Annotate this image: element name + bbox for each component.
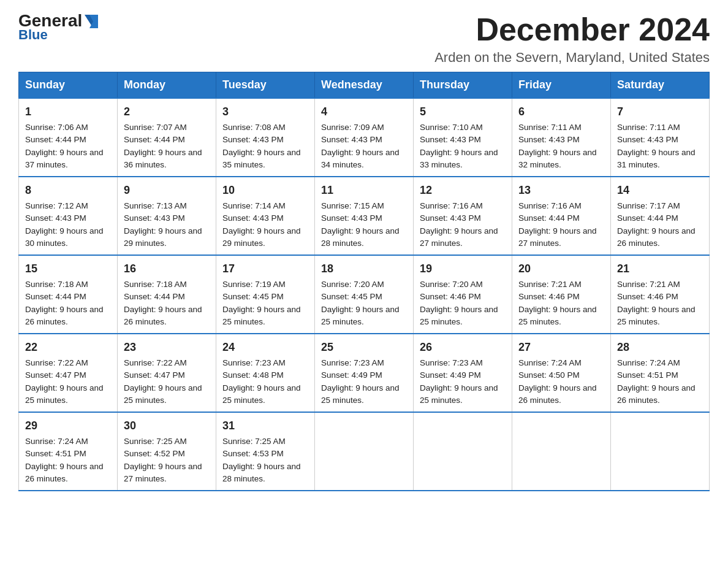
calendar-cell: 12 Sunrise: 7:16 AM Sunset: 4:43 PM Dayl… [414, 177, 512, 255]
day-number: 10 [222, 182, 308, 199]
day-number: 7 [617, 104, 703, 120]
sunrise-text: Sunrise: 7:23 AM [420, 358, 483, 367]
sunset-text: Sunset: 4:43 PM [518, 135, 580, 144]
daylight-text: Daylight: 9 hours and 29 minutes. [124, 226, 202, 248]
day-number: 26 [420, 339, 506, 356]
sunrise-text: Sunrise: 7:23 AM [222, 358, 286, 367]
calendar-cell: 28 Sunrise: 7:24 AM Sunset: 4:51 PM Dayl… [611, 334, 710, 412]
sunrise-text: Sunrise: 7:21 AM [617, 280, 680, 289]
daylight-text: Daylight: 9 hours and 28 minutes. [222, 462, 301, 483]
calendar-cell: 27 Sunrise: 7:24 AM Sunset: 4:50 PM Dayl… [512, 334, 611, 412]
daylight-text: Daylight: 9 hours and 29 minutes. [222, 226, 301, 248]
sunrise-text: Sunrise: 7:11 AM [518, 123, 582, 132]
sunset-text: Sunset: 4:43 PM [617, 135, 678, 144]
daylight-text: Daylight: 9 hours and 25 minutes. [124, 383, 202, 405]
sunrise-text: Sunrise: 7:24 AM [25, 437, 88, 446]
sunrise-text: Sunrise: 7:18 AM [25, 280, 88, 289]
sunset-text: Sunset: 4:44 PM [25, 135, 86, 144]
sunset-text: Sunset: 4:52 PM [124, 449, 185, 458]
sunset-text: Sunset: 4:51 PM [617, 370, 678, 380]
daylight-text: Daylight: 9 hours and 25 minutes. [420, 383, 498, 405]
calendar-cell: 21 Sunrise: 7:21 AM Sunset: 4:46 PM Dayl… [611, 255, 710, 334]
calendar-table: SundayMondayTuesdayWednesdayThursdayFrid… [18, 72, 710, 491]
daylight-text: Daylight: 9 hours and 25 minutes. [321, 305, 400, 326]
sunset-text: Sunset: 4:51 PM [25, 449, 86, 458]
calendar-cell: 24 Sunrise: 7:23 AM Sunset: 4:48 PM Dayl… [216, 334, 315, 412]
day-number: 20 [518, 261, 604, 277]
sunset-text: Sunset: 4:49 PM [321, 370, 382, 380]
daylight-text: Daylight: 9 hours and 31 minutes. [617, 148, 696, 169]
day-number: 1 [25, 104, 111, 120]
daylight-text: Daylight: 9 hours and 25 minutes. [25, 383, 104, 405]
calendar-cell [414, 412, 512, 491]
daylight-text: Daylight: 9 hours and 32 minutes. [518, 148, 597, 169]
day-number: 30 [124, 418, 210, 434]
calendar-week-row: 22 Sunrise: 7:22 AM Sunset: 4:47 PM Dayl… [19, 334, 710, 412]
sunrise-text: Sunrise: 7:21 AM [518, 280, 582, 289]
daylight-text: Daylight: 9 hours and 25 minutes. [222, 305, 301, 326]
weekday-header-wednesday: Wednesday [315, 72, 414, 99]
day-number: 14 [617, 182, 703, 199]
daylight-text: Daylight: 9 hours and 26 minutes. [617, 383, 696, 405]
weekday-header-friday: Friday [512, 72, 611, 99]
calendar-cell: 11 Sunrise: 7:15 AM Sunset: 4:43 PM Dayl… [315, 177, 414, 255]
day-number: 5 [420, 104, 506, 120]
daylight-text: Daylight: 9 hours and 33 minutes. [420, 148, 498, 169]
daylight-text: Daylight: 9 hours and 35 minutes. [222, 148, 301, 169]
daylight-text: Daylight: 9 hours and 37 minutes. [25, 148, 104, 169]
daylight-text: Daylight: 9 hours and 26 minutes. [25, 462, 104, 483]
daylight-text: Daylight: 9 hours and 25 minutes. [617, 305, 696, 326]
sunrise-text: Sunrise: 7:14 AM [222, 201, 286, 210]
calendar-cell: 16 Sunrise: 7:18 AM Sunset: 4:44 PM Dayl… [118, 255, 216, 334]
sunrise-text: Sunrise: 7:24 AM [518, 358, 582, 367]
location-subtitle: Arden on the Severn, Maryland, United St… [434, 50, 710, 66]
sunrise-text: Sunrise: 7:16 AM [420, 201, 483, 210]
calendar-header-row: SundayMondayTuesdayWednesdayThursdayFrid… [19, 72, 710, 99]
sunset-text: Sunset: 4:43 PM [222, 213, 284, 223]
day-number: 31 [222, 418, 308, 434]
daylight-text: Daylight: 9 hours and 27 minutes. [124, 462, 202, 483]
day-number: 18 [321, 261, 407, 277]
daylight-text: Daylight: 9 hours and 25 minutes. [420, 305, 498, 326]
calendar-cell: 13 Sunrise: 7:16 AM Sunset: 4:44 PM Dayl… [512, 177, 611, 255]
calendar-cell [315, 412, 414, 491]
sunset-text: Sunset: 4:44 PM [124, 292, 185, 301]
day-number: 23 [124, 339, 210, 356]
title-area: December 2024 Arden on the Severn, Maryl… [434, 12, 710, 66]
daylight-text: Daylight: 9 hours and 26 minutes. [518, 383, 597, 405]
sunset-text: Sunset: 4:53 PM [222, 449, 284, 458]
day-number: 25 [321, 339, 407, 356]
page-header: General Blue December 2024 Arden on the … [18, 12, 710, 66]
sunset-text: Sunset: 4:46 PM [420, 292, 481, 301]
calendar-cell: 14 Sunrise: 7:17 AM Sunset: 4:44 PM Dayl… [611, 177, 710, 255]
calendar-cell [512, 412, 611, 491]
sunset-text: Sunset: 4:45 PM [222, 292, 284, 301]
calendar-week-row: 1 Sunrise: 7:06 AM Sunset: 4:44 PM Dayli… [19, 98, 710, 177]
calendar-week-row: 29 Sunrise: 7:24 AM Sunset: 4:51 PM Dayl… [19, 412, 710, 491]
calendar-cell: 5 Sunrise: 7:10 AM Sunset: 4:43 PM Dayli… [414, 98, 512, 177]
sunset-text: Sunset: 4:49 PM [420, 370, 481, 380]
daylight-text: Daylight: 9 hours and 26 minutes. [617, 226, 696, 248]
day-number: 29 [25, 418, 111, 434]
sunrise-text: Sunrise: 7:13 AM [124, 201, 187, 210]
sunset-text: Sunset: 4:50 PM [518, 370, 580, 380]
logo-arrow-icon [85, 15, 98, 28]
daylight-text: Daylight: 9 hours and 30 minutes. [25, 226, 104, 248]
sunset-text: Sunset: 4:44 PM [25, 292, 86, 301]
sunset-text: Sunset: 4:43 PM [124, 213, 185, 223]
day-number: 16 [124, 261, 210, 277]
day-number: 8 [25, 182, 111, 199]
calendar-cell: 9 Sunrise: 7:13 AM Sunset: 4:43 PM Dayli… [118, 177, 216, 255]
sunset-text: Sunset: 4:48 PM [222, 370, 284, 380]
weekday-header-sunday: Sunday [19, 72, 118, 99]
sunset-text: Sunset: 4:43 PM [321, 135, 382, 144]
day-number: 3 [222, 104, 308, 120]
day-number: 11 [321, 182, 407, 199]
daylight-text: Daylight: 9 hours and 27 minutes. [518, 226, 597, 248]
calendar-cell: 19 Sunrise: 7:20 AM Sunset: 4:46 PM Dayl… [414, 255, 512, 334]
sunrise-text: Sunrise: 7:24 AM [617, 358, 680, 367]
calendar-cell: 2 Sunrise: 7:07 AM Sunset: 4:44 PM Dayli… [118, 98, 216, 177]
calendar-cell: 29 Sunrise: 7:24 AM Sunset: 4:51 PM Dayl… [19, 412, 118, 491]
calendar-cell: 25 Sunrise: 7:23 AM Sunset: 4:49 PM Dayl… [315, 334, 414, 412]
month-year-title: December 2024 [434, 12, 710, 47]
